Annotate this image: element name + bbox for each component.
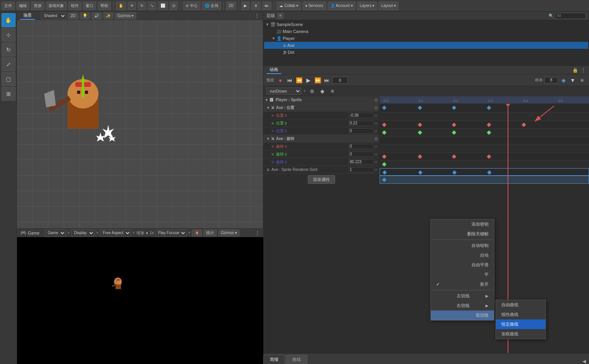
game-mode-select[interactable]: Game	[45, 229, 66, 236]
timeline-row-sr[interactable]	[380, 176, 589, 184]
timeline-row-rot-z[interactable]	[380, 168, 589, 176]
next-frame-btn[interactable]: ⏩	[314, 76, 321, 84]
play-anim-btn[interactable]: ▶	[304, 76, 312, 84]
ctx-auto-clamp[interactable]: 自动钳制	[431, 241, 494, 250]
first-frame-btn[interactable]: ⏮	[286, 76, 294, 84]
timeline-row-axe-rot[interactable]	[380, 144, 589, 153]
timeline-settings-btn[interactable]: ≡	[328, 87, 336, 95]
hand-tool-btn[interactable]: ✋	[116, 2, 126, 10]
timeline-row-rot-x[interactable]	[380, 153, 589, 160]
account-btn[interactable]: 👤 Account ▾	[328, 2, 356, 10]
edit-menu-btn[interactable]: 编辑	[16, 2, 29, 10]
ctx-delete-key[interactable]: 删除关键帧	[431, 229, 494, 239]
lighting-btn[interactable]: 💡	[80, 12, 90, 19]
ctx-auto[interactable]: 自动	[431, 250, 494, 260]
add-event2-btn[interactable]: ◆	[318, 87, 326, 95]
pos-x-input[interactable]	[349, 113, 374, 118]
scale-tool-btn[interactable]: ⤡	[148, 2, 156, 10]
kf-sprite-2[interactable]	[418, 105, 422, 110]
kf-rotx-2[interactable]	[418, 154, 422, 159]
aspect-select[interactable]: Free Aspect	[100, 229, 131, 236]
add-property-btn[interactable]: 添加属性	[308, 175, 335, 184]
hierarchy-add-btn[interactable]: +	[277, 13, 283, 19]
prop-axe-position[interactable]: ▼ ⚔ Axe : 位置 ◇	[263, 104, 379, 112]
pos-x-dot[interactable]: ◇	[375, 113, 378, 117]
kf-posx-4[interactable]	[487, 122, 491, 127]
kf-posy-4[interactable]	[487, 130, 491, 135]
kf-posx-3[interactable]	[452, 122, 456, 127]
hand-tool[interactable]: ✋	[2, 13, 16, 27]
timeline-row-pos-z[interactable]	[380, 136, 589, 144]
tree-item-axe[interactable]: ⚔ Axe	[264, 42, 588, 49]
layers-btn[interactable]: Layers ▾	[357, 2, 377, 10]
timeline-row-sprite[interactable]	[380, 104, 589, 112]
assets-menu-btn[interactable]: 资源	[31, 2, 44, 10]
timeline-scroll-left[interactable]: ◀	[582, 359, 586, 364]
ctx-free-smooth[interactable]: 自由平滑	[431, 260, 494, 270]
kf-posx-2[interactable]	[418, 122, 422, 127]
rot-y-dot[interactable]: ◇	[375, 152, 378, 156]
gizmos-scene-btn[interactable]: Gizmos ▾	[115, 12, 136, 19]
rot-z-dot[interactable]: ◇	[375, 160, 378, 164]
rot-y-input[interactable]	[349, 152, 374, 157]
ctx-add-key[interactable]: 添加密钥	[431, 219, 494, 229]
axe-rot-dot[interactable]: ◇	[375, 136, 378, 141]
transform2-tool[interactable]: ⊞	[2, 87, 16, 101]
kf-rotz-2[interactable]	[418, 170, 422, 174]
2d-scene-btn[interactable]: 2D	[68, 12, 78, 19]
ctx-flat[interactable]: 平	[431, 270, 494, 279]
kf-rotz-4[interactable]	[487, 170, 491, 174]
rect-tool[interactable]: ▢	[2, 72, 16, 86]
kf-sprite-3[interactable]	[452, 105, 456, 110]
summary-tab[interactable]: 简报	[263, 355, 285, 364]
2d-btn[interactable]: 2D	[226, 2, 237, 10]
prop-sprite-renderer[interactable]: ⚔ Axe : Sprite Renderer.Sorti ◇	[263, 166, 379, 174]
collab-btn[interactable]: ☁ Collab ▾	[276, 2, 301, 10]
play-btn[interactable]: ▶	[241, 2, 250, 10]
timeline-row-pos-y[interactable]	[380, 129, 589, 136]
pos-y-input[interactable]	[349, 121, 374, 126]
prev-frame-btn[interactable]: ⏪	[295, 76, 303, 84]
kf-sprite-1[interactable]	[382, 105, 386, 110]
kf-rotx-1[interactable]	[382, 154, 386, 159]
rect-tool-btn[interactable]: ⬜	[158, 2, 168, 10]
timeline-row-rot-y[interactable]	[380, 160, 589, 168]
animation-more-btn[interactable]: ⋮	[580, 67, 586, 73]
scene-canvas[interactable]	[17, 20, 263, 228]
move-tool-btn[interactable]: ✛	[128, 2, 136, 10]
kf-posx-1[interactable]	[382, 122, 386, 127]
gizmos-game-btn[interactable]: Gizmos ▾	[218, 229, 240, 236]
kf-rotz-1[interactable]	[382, 170, 387, 174]
record-btn[interactable]: ●	[276, 76, 284, 84]
audio-btn[interactable]: 🔊	[92, 12, 102, 19]
rot-z-input[interactable]	[349, 159, 374, 165]
axe-pos-dot[interactable]: ◇	[375, 105, 378, 110]
tree-item-player[interactable]: ▼ 👤 Player	[264, 35, 588, 42]
hierarchy-search[interactable]	[555, 13, 586, 19]
kf-roty-1[interactable]	[382, 162, 386, 166]
pos-z-input[interactable]	[349, 128, 374, 134]
ctx-free-curve[interactable]: 自由曲线	[496, 300, 546, 310]
kf-posx-5[interactable]	[522, 122, 526, 127]
rot-x-input[interactable]	[349, 144, 374, 149]
ctx-right-tangent[interactable]: 右切线 ▶	[431, 301, 494, 311]
stats-btn[interactable]: 统计	[204, 229, 217, 236]
kf-rotx-3[interactable]	[452, 154, 456, 159]
samples-input[interactable]	[544, 77, 558, 83]
curves-tab[interactable]: 曲线	[286, 355, 307, 364]
sr-input[interactable]	[349, 167, 374, 173]
clip-select[interactable]: runDown	[266, 88, 301, 95]
tree-item-dirt[interactable]: 🌫 Dirt	[264, 49, 588, 56]
move-tool[interactable]: ⊹	[2, 28, 16, 42]
rotate-tool-btn[interactable]: ↻	[138, 2, 146, 10]
scene-more-btn[interactable]: ⋮	[254, 13, 260, 19]
layout-btn[interactable]: Layout ▾	[378, 2, 399, 10]
prop-player-sprite[interactable]: ▼ 🖼 Player : Sprite ◇	[263, 96, 379, 104]
kf-sprite-4[interactable]	[487, 105, 491, 110]
ctx-weighted-curve[interactable]: 加权曲线	[496, 329, 546, 339]
services-btn[interactable]: ♦ Services	[302, 2, 326, 10]
transform-tool-btn[interactable]: ⊡	[169, 2, 178, 10]
rot-x-dot[interactable]: ◇	[375, 144, 378, 148]
ctx-both-tangent[interactable]: 双切线	[431, 311, 494, 320]
kf-rotx-4[interactable]	[487, 154, 491, 159]
